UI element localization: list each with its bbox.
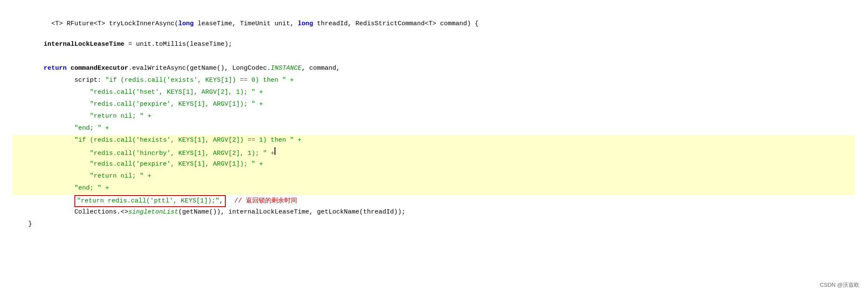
highlighted-box: "return redis.call('pttl', KEYS[1]);", [74, 195, 226, 207]
code-line-6: "redis.call('hset', KEYS[1], ARGV[2], 1)… [13, 87, 855, 99]
code-line-8: "return nil; " + [13, 111, 855, 123]
code-container: <T> RFuture<T> tryLockInnerAsync(long le… [0, 0, 868, 294]
watermark: CSDN @沃兹欧 [820, 281, 859, 290]
code-line-4: return commandExecutor.evalWriteAsync(ge… [13, 63, 855, 75]
code-line-2: internalLockLeaseTime = unit.toMillis(le… [13, 39, 855, 51]
code-line-14: "end; " + [13, 183, 855, 195]
code-line-15: "return redis.call('pttl', KEYS[1]);",//… [13, 195, 855, 207]
code-line-3 [13, 51, 855, 63]
code-line-1: <T> RFuture<T> tryLockInnerAsync(long le… [13, 9, 855, 39]
code-line-11: "redis.call('hincrby', KEYS[1], ARGV[2],… [13, 147, 855, 159]
code-line-17: } [13, 219, 855, 231]
code-line-9: "end; " + [13, 123, 855, 135]
text-cursor [275, 147, 275, 155]
code-line-16: Collections.<>singletonList(getName()), … [13, 207, 855, 219]
code-line-5: script: "if (redis.call('exists', KEYS[1… [13, 75, 855, 87]
code-line-13: "return nil; " + [13, 171, 855, 183]
code-line-12: "redis.call('pexpire', KEYS[1], ARGV[1])… [13, 159, 855, 171]
code-line-7: "redis.call('pexpire', KEYS[1], ARGV[1])… [13, 99, 855, 111]
code-line-10: "if (redis.call('hexists', KEYS[1], ARGV… [13, 135, 855, 147]
code-text: <T> RFuture<T> tryLockInnerAsync(long le… [13, 9, 478, 39]
